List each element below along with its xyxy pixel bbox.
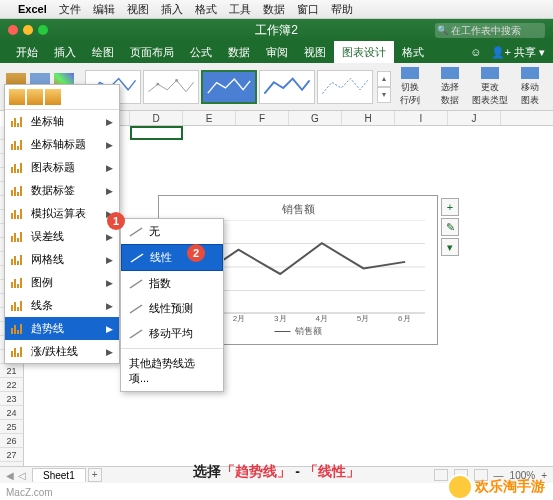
instruction-caption: 选择「趋势线」 - 「线性」 [193,463,359,481]
svg-line-6 [130,330,142,338]
sheet-nav-first-icon[interactable]: ◀ [6,470,14,481]
dropdown-item-趋势线[interactable]: 趋势线▶ [5,317,119,340]
col-header[interactable]: E [183,111,236,125]
chevron-down-icon: ▾ [539,46,545,59]
tab-insert[interactable]: 插入 [46,41,84,63]
tab-formulas[interactable]: 公式 [182,41,220,63]
dd-icon-1[interactable] [9,89,25,105]
dropdown-item-坐标轴标题[interactable]: 坐标轴标题▶ [5,133,119,156]
change-chart-type-button[interactable]: 更改图表类型 [471,67,509,107]
search-input[interactable]: 在工作表中搜索 [435,23,545,38]
menu-file[interactable]: 文件 [59,2,81,17]
share-label: 共享 [514,45,536,60]
row-header[interactable]: 21 [0,364,24,378]
close-icon[interactable] [8,25,18,35]
dropdown-item-网格线[interactable]: 网格线▶ [5,248,119,271]
move-chart-button[interactable]: 移动图表 [511,67,549,107]
zoom-icon[interactable] [38,25,48,35]
titlebar: 工作簿2 在工作表中搜索 [0,19,553,41]
chart-style-2[interactable] [143,70,199,104]
menu-help[interactable]: 帮助 [331,2,353,17]
svg-point-1 [175,79,178,82]
logo-icon [447,474,473,500]
dropdown-item-坐标轴[interactable]: 坐标轴▶ [5,110,119,133]
row-header[interactable]: 26 [0,434,24,448]
tab-layout[interactable]: 页面布局 [122,41,182,63]
add-sheet-button[interactable]: + [88,468,102,482]
col-header[interactable]: D [130,111,183,125]
menu-edit[interactable]: 编辑 [93,2,115,17]
menu-data[interactable]: 数据 [263,2,285,17]
submenu-item-无[interactable]: 无 [121,219,223,244]
chart-styles-gallery: ▴ ▾ [85,70,391,104]
menu-tools[interactable]: 工具 [229,2,251,17]
chart-title[interactable]: 销售额 [159,202,437,217]
chart-style-5[interactable] [317,70,373,104]
col-header[interactable]: I [395,111,448,125]
feedback-icon[interactable]: ☺ [470,46,481,58]
sheet-tab[interactable]: Sheet1 [32,468,86,482]
row-header[interactable]: 22 [0,378,24,392]
trendline-submenu: 无线性指数线性预测移动平均 其他趋势线选项... [120,218,224,392]
col-header[interactable]: G [289,111,342,125]
dd-icon-3[interactable] [45,89,61,105]
selected-cell[interactable] [130,126,183,140]
gallery-down-icon[interactable]: ▾ [377,87,391,103]
row-header[interactable]: 27 [0,448,24,462]
chart-filter-button[interactable]: ▾ [441,238,459,256]
watermark-url: MacZ.com [6,487,53,498]
tab-data[interactable]: 数据 [220,41,258,63]
app-name[interactable]: Excel [18,3,47,15]
traffic-lights [8,25,48,35]
menu-view[interactable]: 视图 [127,2,149,17]
submenu-more-options[interactable]: 其他趋势线选项... [121,351,223,391]
switch-row-col-button[interactable]: 切换行/列 [391,67,429,107]
normal-view-icon[interactable] [434,469,448,481]
svg-point-0 [156,82,159,85]
annotation-badge-1: 1 [107,212,125,230]
tab-format[interactable]: 格式 [394,41,432,63]
add-element-dropdown: 坐标轴▶坐标轴标题▶图表标题▶数据标签▶模拟运算表▶误差线▶网格线▶图例▶线条▶… [4,84,120,364]
gallery-up-icon[interactable]: ▴ [377,71,391,87]
row-header[interactable]: 25 [0,420,24,434]
menu-window[interactable]: 窗口 [297,2,319,17]
col-header[interactable]: H [342,111,395,125]
dropdown-item-涨/跌柱线[interactable]: 涨/跌柱线▶ [5,340,119,363]
tab-chart-design[interactable]: 图表设计 [334,41,394,63]
chart-style-4[interactable] [259,70,315,104]
tab-home[interactable]: 开始 [8,41,46,63]
chart-legend[interactable]: 销售额 [275,325,322,338]
dropdown-item-误差线[interactable]: 误差线▶ [5,225,119,248]
dropdown-item-图表标题[interactable]: 图表标题▶ [5,156,119,179]
col-header[interactable]: F [236,111,289,125]
svg-line-5 [130,305,142,313]
share-button[interactable]: ☺ 👤+ 共享 ▾ [470,45,545,60]
svg-line-4 [130,280,142,288]
col-header[interactable]: J [448,111,501,125]
watermark-logo: 欢乐淘手游 [447,474,545,500]
ribbon-tabs: 开始 插入 绘图 页面布局 公式 数据 审阅 视图 图表设计 格式 ☺ 👤+ 共… [0,41,553,63]
row-header[interactable]: 23 [0,392,24,406]
select-data-button[interactable]: 选择数据 [431,67,469,107]
mac-menubar: Excel 文件 编辑 视图 插入 格式 工具 数据 窗口 帮助 [0,0,553,19]
dropdown-item-图例[interactable]: 图例▶ [5,271,119,294]
chart-styles-button[interactable]: ✎ [441,218,459,236]
submenu-item-线性[interactable]: 线性 [121,244,223,271]
tab-review[interactable]: 审阅 [258,41,296,63]
submenu-item-线性预测[interactable]: 线性预测 [121,296,223,321]
submenu-item-指数[interactable]: 指数 [121,271,223,296]
chart-elements-button[interactable]: + [441,198,459,216]
dropdown-item-线条[interactable]: 线条▶ [5,294,119,317]
dropdown-item-数据标签[interactable]: 数据标签▶ [5,179,119,202]
row-header[interactable]: 24 [0,406,24,420]
chart-style-3[interactable] [201,70,257,104]
tab-view[interactable]: 视图 [296,41,334,63]
submenu-item-移动平均[interactable]: 移动平均 [121,321,223,346]
menu-format[interactable]: 格式 [195,2,217,17]
tab-draw[interactable]: 绘图 [84,41,122,63]
menu-insert[interactable]: 插入 [161,2,183,17]
minimize-icon[interactable] [23,25,33,35]
dd-icon-2[interactable] [27,89,43,105]
dropdown-item-模拟运算表[interactable]: 模拟运算表▶ [5,202,119,225]
sheet-nav-prev-icon[interactable]: ◁ [18,470,26,481]
